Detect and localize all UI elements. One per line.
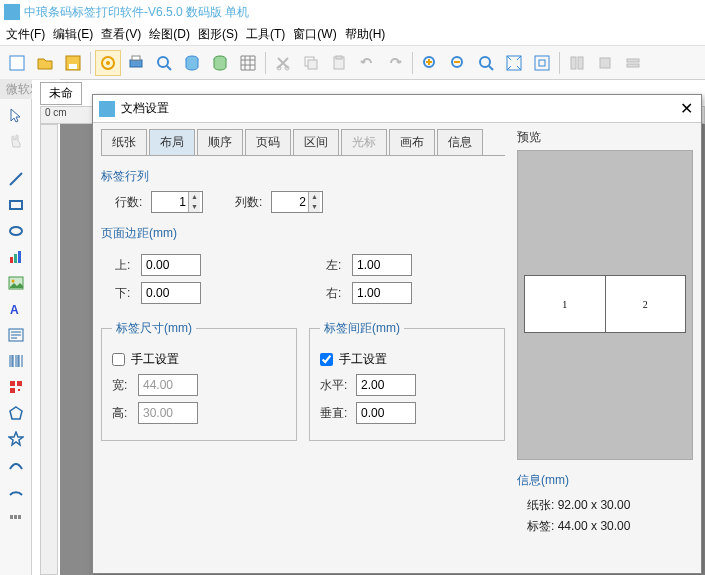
tab-cursor[interactable]: 光标: [341, 129, 387, 155]
menu-tool[interactable]: 工具(T): [246, 26, 285, 43]
menu-shape[interactable]: 图形(S): [198, 26, 238, 43]
tab-canvas[interactable]: 画布: [389, 129, 435, 155]
preview-cell-1: 1: [525, 276, 606, 332]
cut-button[interactable]: [270, 50, 296, 76]
undo-button[interactable]: [354, 50, 380, 76]
width-input: [138, 374, 198, 396]
dialog-titlebar: 文档设置 ✕: [93, 95, 701, 123]
menu-file[interactable]: 文件(F): [6, 26, 45, 43]
zoom-out-button[interactable]: [445, 50, 471, 76]
ruler-vertical: [40, 124, 58, 575]
svg-line-29: [10, 173, 22, 185]
margin-right-input[interactable]: [352, 282, 412, 304]
copy-button[interactable]: [298, 50, 324, 76]
fit-button[interactable]: [501, 50, 527, 76]
rows-spinner[interactable]: ▲▼: [151, 191, 203, 213]
menu-draw[interactable]: 绘图(D): [149, 26, 190, 43]
ellipse-tool[interactable]: [4, 220, 28, 242]
svg-rect-28: [627, 64, 639, 67]
new-doc-button[interactable]: [4, 50, 30, 76]
barcode-tool[interactable]: [4, 350, 28, 372]
paste-button[interactable]: [326, 50, 352, 76]
image-tool[interactable]: [4, 272, 28, 294]
svg-rect-5: [130, 60, 142, 67]
svg-point-4: [106, 61, 110, 65]
tab-order[interactable]: 顺序: [197, 129, 243, 155]
gap-hz-input[interactable]: [356, 374, 416, 396]
polygon-tool[interactable]: [4, 402, 28, 424]
zoom-in-button[interactable]: [417, 50, 443, 76]
save-button[interactable]: [60, 50, 86, 76]
tab-paper[interactable]: 纸张: [101, 129, 147, 155]
arc-tool[interactable]: [4, 480, 28, 502]
margin-top-input[interactable]: [141, 254, 201, 276]
svg-rect-44: [10, 388, 15, 393]
main-toolbar: [0, 46, 705, 80]
chevron-up-icon[interactable]: ▲: [309, 192, 320, 202]
tab-range[interactable]: 区间: [293, 129, 339, 155]
svg-marker-46: [10, 407, 22, 419]
margin-left-input[interactable]: [352, 254, 412, 276]
document-tab[interactable]: 未命: [40, 82, 82, 105]
svg-rect-45: [18, 389, 20, 391]
size-manual-checkbox[interactable]: [112, 353, 125, 366]
chevron-up-icon[interactable]: ▲: [189, 192, 200, 202]
menu-view[interactable]: 查看(V): [101, 26, 141, 43]
preview-sheet: 1 2: [524, 275, 686, 333]
dialog-title: 文档设置: [121, 100, 169, 117]
database2-button[interactable]: [207, 50, 233, 76]
menu-window[interactable]: 窗口(W): [293, 26, 336, 43]
chevron-down-icon[interactable]: ▼: [309, 202, 320, 212]
svg-rect-30: [10, 201, 22, 209]
open-button[interactable]: [32, 50, 58, 76]
svg-point-36: [11, 280, 14, 283]
text-tool[interactable]: A: [4, 298, 28, 320]
app-title: 中琅条码标签打印软件-V6.5.0 数码版 单机: [24, 4, 249, 21]
svg-rect-24: [571, 57, 576, 69]
dialog-icon: [99, 101, 115, 117]
tab-layout[interactable]: 布局: [149, 129, 195, 155]
svg-rect-26: [600, 58, 610, 68]
zoom-100-button[interactable]: [473, 50, 499, 76]
margins-title: 页面边距(mm): [101, 225, 505, 242]
chevron-down-icon[interactable]: ▼: [189, 202, 200, 212]
star-tool[interactable]: [4, 428, 28, 450]
gap-vt-input[interactable]: [356, 402, 416, 424]
menu-edit[interactable]: 编辑(E): [53, 26, 93, 43]
cols-input[interactable]: [272, 195, 308, 209]
menu-help[interactable]: 帮助(H): [345, 26, 386, 43]
pointer-tool[interactable]: [4, 104, 28, 126]
grid-button[interactable]: [235, 50, 261, 76]
dialog-tabs: 纸张 布局 顺序 页码 区间 光标 画布 信息: [101, 129, 505, 156]
print-button[interactable]: [123, 50, 149, 76]
richtext-tool[interactable]: [4, 324, 28, 346]
preview-button[interactable]: [151, 50, 177, 76]
database-button[interactable]: [179, 50, 205, 76]
svg-rect-23: [539, 60, 545, 66]
fit2-button[interactable]: [529, 50, 555, 76]
align1-button[interactable]: [564, 50, 590, 76]
close-icon[interactable]: ✕: [680, 99, 693, 118]
svg-rect-0: [10, 56, 24, 70]
gap-manual-checkbox[interactable]: [320, 353, 333, 366]
tab-info[interactable]: 信息: [437, 129, 483, 155]
redo-button[interactable]: [382, 50, 408, 76]
chart-tool[interactable]: [4, 246, 28, 268]
curve-tool[interactable]: [4, 454, 28, 476]
app-icon: [4, 4, 20, 20]
hand-tool[interactable]: [4, 130, 28, 152]
line-tool[interactable]: [4, 168, 28, 190]
align2-button[interactable]: [592, 50, 618, 76]
margin-bottom-input[interactable]: [141, 282, 201, 304]
svg-point-19: [480, 57, 490, 67]
rows-input[interactable]: [152, 195, 188, 209]
cols-spinner[interactable]: ▲▼: [271, 191, 323, 213]
rows-label: 行数:: [115, 194, 145, 211]
more-tool[interactable]: [4, 506, 28, 528]
tab-page[interactable]: 页码: [245, 129, 291, 155]
qrcode-tool[interactable]: [4, 376, 28, 398]
align3-button[interactable]: [620, 50, 646, 76]
preview-cell-2: 2: [606, 276, 686, 332]
rect-tool[interactable]: [4, 194, 28, 216]
settings-button[interactable]: [95, 50, 121, 76]
